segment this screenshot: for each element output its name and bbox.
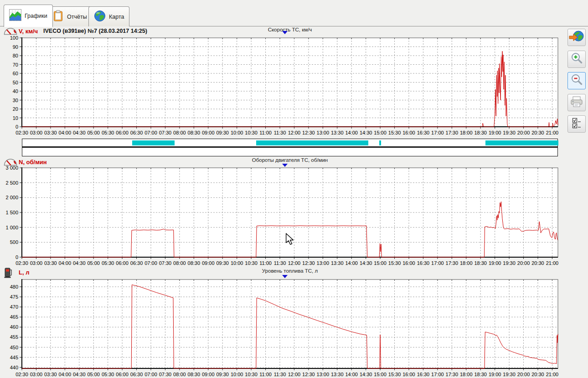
svg-text:16:30: 16:30 [417,130,430,135]
svg-text:18:30: 18:30 [474,130,487,135]
svg-text:19:00: 19:00 [489,372,501,377]
svg-text:17:30: 17:30 [446,372,459,377]
svg-text:20:00: 20:00 [517,372,530,377]
svg-text:480: 480 [10,284,18,290]
svg-text:12:00: 12:00 [288,260,301,266]
zoom-in-button[interactable] [567,51,586,68]
svg-text:12:00: 12:00 [288,130,301,135]
speed-chart-title: Скорость ТС, км/ч [22,27,558,32]
chart-icon [9,9,21,23]
svg-text:15:30: 15:30 [388,260,401,266]
svg-text:14:00: 14:00 [345,130,358,135]
svg-text:12:00: 12:00 [288,372,301,377]
svg-text:03:00: 03:00 [30,372,43,377]
svg-text:03:30: 03:30 [44,130,57,135]
svg-text:05:30: 05:30 [102,260,114,266]
svg-text:06:30: 06:30 [130,130,143,135]
mouse-pointer-icon [285,233,294,247]
svg-text:70: 70 [13,62,18,67]
tab-graphs[interactable]: Графики [4,5,53,27]
svg-text:465: 465 [10,314,18,320]
svg-text:450: 450 [10,345,18,350]
svg-text:10:30: 10:30 [245,130,258,135]
svg-text:18:30: 18:30 [474,372,487,377]
svg-text:16:30: 16:30 [417,260,430,266]
speed-plot[interactable]: 02:3003:0003:3004:0004:3005:0005:3006:00… [0,33,565,139]
svg-text:13:30: 13:30 [331,260,344,266]
tab-bar: Графики Отчёты Карта [0,0,588,26]
svg-text:10:00: 10:00 [231,130,243,135]
svg-text:17:30: 17:30 [446,260,459,266]
rpm-plot[interactable]: 02:3003:0003:3004:0004:3005:0005:3006:00… [0,163,565,269]
svg-text:07:00: 07:00 [144,260,157,266]
svg-text:20:00: 20:00 [517,260,530,266]
tab-map[interactable]: Карта [88,6,129,26]
map-globe-arrow-icon [569,29,584,46]
globe-icon [94,10,106,24]
svg-text:440: 440 [10,365,18,370]
svg-text:06:30: 06:30 [130,260,143,266]
svg-text:445: 445 [10,355,18,360]
svg-text:05:00: 05:00 [87,260,100,266]
svg-text:13:00: 13:00 [317,260,330,266]
svg-text:80: 80 [13,53,18,58]
clipboard-icon [52,10,64,24]
svg-text:18:00: 18:00 [460,372,473,377]
svg-text:07:00: 07:00 [144,130,157,135]
svg-text:2 500: 2 500 [5,180,18,186]
show-on-map-button[interactable] [567,29,586,46]
svg-text:475: 475 [10,294,18,300]
svg-text:13:00: 13:00 [317,372,330,377]
tab-reports[interactable]: Отчёты [47,6,93,26]
svg-text:10: 10 [13,115,18,121]
tab-reports-label: Отчёты [67,14,87,20]
svg-text:470: 470 [10,304,18,310]
svg-text:18:00: 18:00 [460,130,473,135]
svg-text:20:00: 20:00 [517,130,530,135]
svg-text:09:30: 09:30 [216,130,229,135]
chart-options-button[interactable] [567,115,586,133]
svg-text:02:30: 02:30 [15,260,28,266]
svg-text:90: 90 [13,44,18,50]
svg-text:03:00: 03:00 [30,260,43,266]
svg-text:12:30: 12:30 [302,260,315,266]
svg-text:05:30: 05:30 [102,372,114,377]
svg-text:04:30: 04:30 [73,372,86,377]
svg-text:3 000: 3 000 [5,165,18,171]
fuel-chart-title: Уровень топлива ТС, л [22,268,558,274]
svg-text:04:00: 04:00 [59,372,72,377]
svg-text:1 500: 1 500 [5,210,18,215]
activity-segment [379,140,381,145]
svg-text:17:00: 17:00 [431,260,444,266]
svg-text:09:00: 09:00 [202,260,215,266]
svg-text:08:00: 08:00 [173,372,186,377]
svg-text:06:00: 06:00 [116,260,129,266]
svg-text:40: 40 [13,88,18,94]
svg-text:10:00: 10:00 [231,372,243,377]
print-button[interactable] [567,94,586,111]
fuel-plot[interactable]: 02:3003:0003:3004:0004:3005:0005:3006:00… [0,275,565,378]
svg-text:17:00: 17:00 [431,130,444,135]
svg-text:15:00: 15:00 [374,260,387,266]
zoom-out-icon [570,73,583,88]
svg-text:20:30: 20:30 [531,130,544,135]
svg-text:11:00: 11:00 [259,260,272,266]
svg-text:13:00: 13:00 [317,130,330,135]
svg-text:08:30: 08:30 [188,260,201,266]
checklist-icon [570,117,583,131]
svg-text:16:30: 16:30 [417,372,430,377]
svg-text:04:30: 04:30 [73,130,86,135]
svg-text:460: 460 [10,324,18,330]
svg-text:16:00: 16:00 [402,260,415,266]
svg-text:08:30: 08:30 [188,372,201,377]
svg-text:15:00: 15:00 [374,130,387,135]
zoom-out-button[interactable] [567,72,586,89]
svg-text:07:30: 07:30 [159,260,172,266]
svg-text:14:30: 14:30 [360,260,372,266]
svg-text:21:00: 21:00 [546,130,559,135]
svg-text:19:30: 19:30 [503,260,516,266]
svg-text:04:00: 04:00 [59,260,72,266]
svg-text:09:00: 09:00 [202,130,215,135]
svg-text:14:00: 14:00 [345,372,358,377]
activity-segment [256,140,368,145]
